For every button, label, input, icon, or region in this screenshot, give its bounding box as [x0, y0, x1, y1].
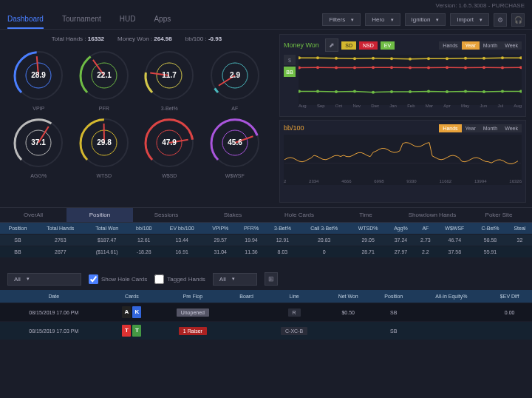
range-month[interactable]: Month	[480, 124, 501, 132]
hands-value: 16332	[88, 36, 104, 42]
hero-dropdown[interactable]: Hero	[365, 13, 400, 26]
sd-btn[interactable]: SD	[341, 41, 356, 50]
range-year[interactable]: Year	[462, 41, 480, 50]
bb-toggle[interactable]: BB	[284, 67, 296, 77]
bb-chart: bb/100 HandsYearMonthWeek 22334466669989…	[279, 120, 526, 203]
svg-point-63	[390, 90, 393, 93]
tagged-checkbox[interactable]: Tagged Hands	[154, 274, 205, 284]
hcol-date[interactable]: Date	[0, 290, 108, 303]
svg-text:29.8: 29.8	[97, 138, 112, 146]
svg-point-40	[446, 57, 449, 60]
tab-dashboard[interactable]: Dashboard	[7, 10, 44, 29]
svg-point-61	[353, 90, 356, 93]
range-hands[interactable]: Hands	[439, 41, 461, 50]
tab-tournament[interactable]: Tournament	[62, 10, 101, 29]
svg-point-53	[446, 66, 449, 69]
col-callbet[interactable]: Call 3-Bet%	[299, 223, 349, 235]
midtab-pokersite[interactable]: Poker Site	[466, 208, 532, 222]
col-cbet[interactable]: C-Bet%	[473, 223, 508, 235]
range-year[interactable]: Year	[462, 124, 480, 132]
midtab-overall[interactable]: OverAll	[0, 208, 66, 222]
svg-point-43	[501, 56, 504, 59]
hand-row[interactable]: 08/15/2019 17.06 PMAKUnopenedR$0.50SB0.0…	[0, 303, 532, 322]
hcol-allinequity[interactable]: All-in Equity%	[415, 290, 487, 303]
main-nav: DashboardTournamentHUDApps Filters Hero …	[0, 10, 532, 30]
svg-text:37.1: 37.1	[32, 138, 47, 146]
col-wwsf[interactable]: W$WSF	[436, 223, 473, 235]
import-dropdown[interactable]: Import	[450, 13, 489, 26]
svg-point-62	[372, 91, 375, 94]
svg-point-58	[299, 90, 301, 93]
dollar-toggle[interactable]: $	[284, 55, 296, 65]
svg-point-34	[335, 57, 338, 60]
col-agg[interactable]: Agg%	[387, 223, 415, 235]
ev-btn[interactable]: EV	[381, 41, 395, 50]
gauges-panel: Total Hands : 16332 Money Won : 264.98 b…	[0, 30, 273, 207]
svg-text:45.6: 45.6	[228, 138, 242, 146]
hcol-preflop[interactable]: Pre Flop	[156, 290, 229, 303]
svg-point-32	[299, 56, 301, 59]
hcol-position[interactable]: Position	[372, 290, 415, 303]
svg-point-69	[501, 90, 504, 93]
tab-apps[interactable]: Apps	[154, 10, 171, 29]
won-value: 264.98	[154, 36, 171, 42]
midtab-position[interactable]: Position	[66, 208, 133, 222]
svg-text:22.1: 22.1	[97, 71, 112, 79]
table-row[interactable]: SB2763$187.4712.6113.4429.5719.9412.9120…	[0, 235, 532, 246]
col-steal[interactable]: Steal	[508, 223, 532, 235]
gear-icon[interactable]: ⚙	[494, 13, 507, 27]
col-totalwon[interactable]: Total Won	[86, 223, 129, 235]
col-totalhands[interactable]: Total Hands	[35, 223, 86, 235]
svg-point-59	[316, 90, 319, 93]
hcol-board[interactable]: Board	[229, 290, 264, 303]
calculator-icon[interactable]: ⊞	[265, 272, 278, 286]
range-month[interactable]: Month	[480, 41, 501, 50]
show-cards-checkbox[interactable]: Show Hole Cards	[89, 274, 147, 284]
col-af[interactable]: AF	[415, 223, 436, 235]
midtab-sessions[interactable]: Sessions	[133, 208, 200, 222]
hcol-line[interactable]: Line	[264, 290, 324, 303]
midtab-showdownhands[interactable]: Showdown Hands	[399, 208, 466, 222]
midtab-stakes[interactable]: Stakes	[200, 208, 266, 222]
gauge-agg: 37.1 AGG%	[7, 114, 70, 178]
col-bb[interactable]: bb/100	[129, 223, 160, 235]
svg-point-41	[464, 57, 467, 60]
filter-all-dropdown[interactable]: All	[7, 273, 81, 286]
col-bet[interactable]: 3-Bet%	[266, 223, 299, 235]
svg-point-65	[427, 90, 430, 93]
filters-dropdown[interactable]: Filters	[322, 13, 361, 26]
range-week[interactable]: Week	[501, 124, 522, 132]
nsd-btn[interactable]: NSD	[359, 41, 378, 50]
tab-hud[interactable]: HUD	[120, 10, 136, 29]
svg-point-46	[316, 66, 319, 69]
midtab-time[interactable]: Time	[332, 208, 399, 222]
hcol-netwon[interactable]: Net Won	[324, 290, 372, 303]
svg-point-37	[390, 57, 393, 60]
gauge-af: 2.9 AF	[204, 47, 267, 111]
range-week[interactable]: Week	[501, 41, 522, 50]
range-hands[interactable]: Hands	[439, 124, 461, 132]
svg-point-33	[316, 56, 319, 59]
hcol-evdiff[interactable]: $EV Diff	[487, 290, 532, 303]
hcol-cards[interactable]: Cards	[108, 290, 157, 303]
svg-text:2.9: 2.9	[230, 71, 240, 79]
hand-row[interactable]: 08/15/2019 17.03 PMTT1 RaiserC-XC-BSB	[0, 322, 532, 340]
col-pfr[interactable]: PFR%	[236, 223, 266, 235]
filter-all2-dropdown[interactable]: All	[213, 273, 257, 286]
headset-icon[interactable]: 🎧	[511, 13, 525, 27]
expand-icon[interactable]: ⬈	[325, 38, 338, 52]
col-vpip[interactable]: VPIP%	[205, 223, 236, 235]
svg-text:11.7: 11.7	[163, 71, 177, 79]
col-wtsd[interactable]: WTSD%	[349, 223, 387, 235]
col-position[interactable]: Position	[0, 223, 35, 235]
room-dropdown[interactable]: Ignition	[405, 13, 446, 26]
svg-point-50	[390, 66, 393, 69]
col-evbb[interactable]: EV bb/100	[160, 223, 205, 235]
svg-point-51	[409, 67, 412, 70]
svg-point-56	[501, 67, 504, 70]
svg-point-49	[372, 66, 375, 69]
table-row[interactable]: BB2877($114.61)-18.2816.9131.0411.368.03…	[0, 246, 532, 258]
midtab-holecards[interactable]: Hole Cards	[266, 208, 332, 222]
position-table: PositionTotal HandsTotal Wonbb/100EV bb/…	[0, 223, 532, 257]
svg-text:28.9: 28.9	[32, 71, 47, 79]
